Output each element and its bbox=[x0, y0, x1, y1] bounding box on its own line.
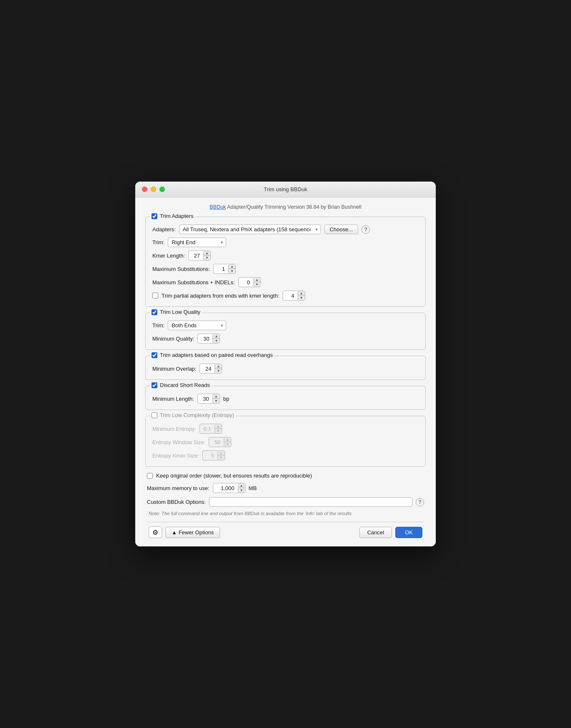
trim-low-complexity-checkbox[interactable] bbox=[152, 412, 157, 418]
partial-adapters-checkbox[interactable] bbox=[152, 293, 158, 298]
ok-button[interactable]: OK bbox=[395, 527, 422, 538]
min-length-label: Minimum Length: bbox=[152, 396, 194, 402]
keep-order-checkbox[interactable] bbox=[147, 473, 153, 479]
choose-button[interactable]: Choose... bbox=[324, 225, 359, 234]
max-sub-indel-value: 0 bbox=[239, 278, 254, 286]
entropy-kmer-spinner-btns: ▲ ▼ bbox=[218, 451, 225, 460]
min-overlap-decrement-button[interactable]: ▼ bbox=[215, 369, 222, 373]
min-entropy-spinner-btns: ▲ ▼ bbox=[215, 424, 222, 433]
min-length-decrement-button[interactable]: ▼ bbox=[213, 399, 220, 403]
custom-options-input[interactable] bbox=[209, 497, 412, 507]
min-quality-increment-button[interactable]: ▲ bbox=[213, 334, 220, 339]
min-entropy-increment-button: ▲ bbox=[215, 424, 222, 429]
min-entropy-decrement-button: ▼ bbox=[215, 429, 222, 433]
bbduk-link[interactable]: BBDuk bbox=[210, 204, 226, 210]
titlebar: Trim using BBDuk bbox=[135, 182, 436, 197]
min-quality-spinner: 30 ▲ ▼ bbox=[197, 334, 220, 344]
footer-left: ⚙ ▲ Fewer Options bbox=[149, 526, 220, 538]
entropy-kmer-label: Entropy Kmer Size: bbox=[152, 452, 199, 459]
trim-adapters-legend: Trim Adapters bbox=[150, 213, 195, 219]
kmer-decrement-button[interactable]: ▼ bbox=[204, 255, 210, 260]
trim-low-quality-checkbox[interactable] bbox=[152, 309, 157, 315]
footer-right: Cancel OK bbox=[359, 527, 422, 538]
kmer-increment-button[interactable]: ▲ bbox=[204, 251, 210, 255]
trim-direction-select[interactable]: Right End Left End Both Ends None bbox=[168, 238, 226, 247]
min-entropy-label: Minimum Entropy: bbox=[152, 426, 196, 432]
max-sub-indel-spinner-btns: ▲ ▼ bbox=[254, 278, 260, 287]
entropy-window-value: 50 bbox=[209, 438, 224, 446]
max-sub-increment-button[interactable]: ▲ bbox=[229, 264, 235, 269]
min-overlap-row: Minimum Overlap: 24 ▲ ▼ bbox=[152, 364, 419, 374]
kmer-spinner: 27 ▲ ▼ bbox=[188, 250, 211, 260]
min-length-value: 30 bbox=[198, 395, 213, 403]
min-overlap-value: 24 bbox=[200, 365, 215, 373]
max-sub-spinner-btns: ▲ ▼ bbox=[229, 264, 235, 273]
subtitle: BBDuk Adapter/Quality Trimming Version 3… bbox=[145, 204, 426, 210]
min-quality-value: 30 bbox=[198, 335, 213, 343]
entropy-window-row: Entropy Window Size: 50 ▲ ▼ bbox=[152, 437, 419, 447]
trim-adapters-group: Trim Adapters Adapters: All Truseq, Next… bbox=[145, 217, 426, 307]
adapters-select[interactable]: All Truseq, Nextera and PhiX adapters (1… bbox=[179, 225, 321, 234]
max-sub-indel-increment-button[interactable]: ▲ bbox=[254, 278, 260, 282]
kmer-row: Kmer Length: 27 ▲ ▼ bbox=[152, 250, 419, 260]
partial-adapters-label: Trim partial adapters from ends with kme… bbox=[162, 293, 279, 299]
max-sub-decrement-button[interactable]: ▼ bbox=[229, 269, 235, 273]
max-memory-spinner: 1,000 ▲ ▼ bbox=[213, 483, 245, 493]
cancel-button[interactable]: Cancel bbox=[359, 527, 392, 538]
partial-adapters-row: Trim partial adapters from ends with kme… bbox=[152, 291, 419, 301]
min-quality-decrement-button[interactable]: ▼ bbox=[213, 339, 220, 343]
entropy-window-spinner: 50 ▲ ▼ bbox=[209, 437, 231, 447]
fewer-options-label: Fewer Options bbox=[179, 529, 214, 536]
discard-short-legend: Discard Short Reads bbox=[150, 382, 212, 388]
custom-help-button[interactable]: ? bbox=[416, 498, 424, 506]
trim-paired-legend: Trim adapters based on paired read overh… bbox=[150, 352, 275, 358]
max-memory-increment-button[interactable]: ▲ bbox=[238, 483, 245, 488]
trim-quality-select[interactable]: Both Ends Right End Left End None bbox=[168, 321, 226, 330]
trim-adapters-checkbox[interactable] bbox=[152, 213, 157, 219]
bottom-section: Keep original order (slower, but ensures… bbox=[145, 473, 426, 538]
keep-order-label: Keep original order (slower, but ensures… bbox=[156, 473, 312, 479]
kmer-spinner-btns: ▲ ▼ bbox=[204, 251, 210, 260]
fewer-options-button[interactable]: ▲ Fewer Options bbox=[165, 527, 220, 538]
adapters-help-button[interactable]: ? bbox=[361, 225, 370, 234]
min-overlap-increment-button[interactable]: ▲ bbox=[215, 364, 222, 369]
maximize-button[interactable] bbox=[159, 187, 165, 192]
adapters-select-wrapper: All Truseq, Nextera and PhiX adapters (1… bbox=[179, 225, 321, 234]
trim-low-complexity-content: Minimum Entropy: 0.1 ▲ ▼ Entropy Window … bbox=[152, 424, 419, 460]
max-memory-label: Maximum memory to use: bbox=[147, 485, 210, 491]
minimize-button[interactable] bbox=[151, 187, 156, 192]
close-button[interactable] bbox=[142, 187, 147, 192]
trim-direction-row: Trim: Right End Left End Both Ends None … bbox=[152, 238, 419, 247]
trim-paired-overhangs-group: Trim adapters based on paired read overh… bbox=[145, 356, 426, 380]
partial-kmer-decrement-button[interactable]: ▼ bbox=[298, 296, 305, 300]
trim-adapters-content: Adapters: All Truseq, Nextera and PhiX a… bbox=[152, 225, 419, 301]
partial-kmer-increment-button[interactable]: ▲ bbox=[298, 291, 305, 296]
min-length-row: Minimum Length: 30 ▲ ▼ bp bbox=[152, 394, 419, 404]
min-overlap-spinner-btns: ▲ ▼ bbox=[215, 364, 222, 373]
trim-low-quality-group: Trim Low Quality Trim: Both Ends Right E… bbox=[145, 313, 426, 350]
discard-short-checkbox[interactable] bbox=[152, 382, 157, 388]
min-overlap-label: Minimum Overlap: bbox=[152, 366, 196, 372]
entropy-window-label: Entropy Window Size: bbox=[152, 439, 205, 445]
max-sub-indel-decrement-button[interactable]: ▼ bbox=[254, 282, 260, 287]
trim-low-quality-content: Trim: Both Ends Right End Left End None … bbox=[152, 321, 419, 344]
traffic-lights bbox=[142, 187, 165, 192]
entropy-kmer-row: Entropy Kmer Size: 5 ▲ ▼ bbox=[152, 450, 419, 460]
trim-low-quality-label: Trim Low Quality bbox=[160, 309, 200, 315]
max-sub-row: Maximum Substitutions: 1 ▲ ▼ bbox=[152, 264, 419, 274]
custom-label: Custom BBDuk Options: bbox=[147, 499, 206, 505]
max-memory-decrement-button[interactable]: ▼ bbox=[238, 488, 245, 493]
entropy-window-increment-button: ▲ bbox=[224, 437, 231, 442]
main-window: Trim using BBDuk BBDuk Adapter/Quality T… bbox=[135, 182, 436, 546]
gear-button[interactable]: ⚙ bbox=[149, 526, 162, 538]
min-length-spinner: 30 ▲ ▼ bbox=[197, 394, 220, 404]
min-length-increment-button[interactable]: ▲ bbox=[213, 394, 220, 399]
trim-paired-checkbox[interactable] bbox=[152, 352, 157, 358]
dialog-content: BBDuk Adapter/Quality Trimming Version 3… bbox=[135, 197, 436, 546]
trim-low-complexity-label: Trim Low Complexity (Entropy) bbox=[160, 412, 234, 418]
entropy-window-spinner-btns: ▲ ▼ bbox=[224, 437, 231, 447]
custom-options-row: Custom BBDuk Options: ? bbox=[147, 497, 424, 507]
note-text: Note: The full command line and output f… bbox=[147, 511, 424, 516]
entropy-kmer-spinner: 5 ▲ ▼ bbox=[202, 450, 225, 460]
max-sub-indel-spinner: 0 ▲ ▼ bbox=[238, 277, 261, 287]
